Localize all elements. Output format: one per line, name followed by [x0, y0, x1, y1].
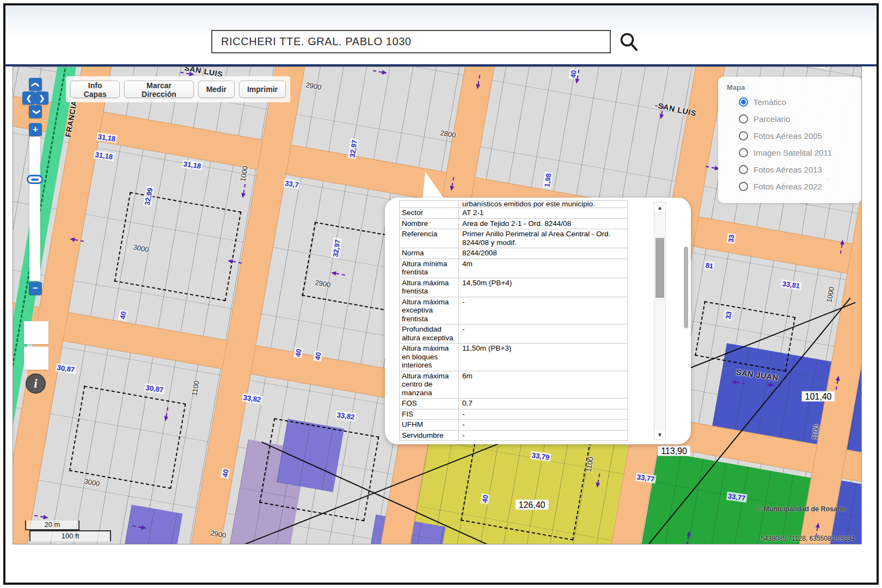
attribute-label: Sector [399, 208, 459, 218]
overlay-scrollbar-thumb[interactable] [684, 247, 688, 328]
layer-option-tem-tico[interactable]: Temático [739, 95, 786, 108]
zoom-slider-handle[interactable] [27, 175, 43, 184]
map-value-label: 31,18 [96, 132, 117, 143]
map-value-label: 81 [704, 261, 715, 270]
blank-tool-button-2[interactable] [24, 347, 48, 370]
layer-option-fotos-a-reas-2022[interactable]: Fotos Aéreas 2022 [739, 180, 822, 193]
layer-option-label: Temático [754, 97, 786, 107]
map-value-label: 1100 [190, 380, 201, 396]
zoom-in-button[interactable]: + [29, 123, 42, 136]
layer-option-label: Fotos Aéreas 2022 [754, 182, 822, 191]
one-way-arrow-icon [685, 531, 691, 544]
map-value-label: 40 [118, 310, 128, 321]
one-way-arrow-icon [132, 524, 147, 530]
map-value-label: 40 [220, 468, 230, 479]
map-value-label: 33,82 [242, 393, 262, 404]
layer-option-imagen-satelital-2011[interactable]: Imagen Satelital 2011 [739, 146, 832, 159]
map-canvas[interactable]: 31,1831,1832,9931,1833,732,9732,9730,873… [13, 66, 862, 544]
map-value-label: 31,18 [182, 160, 203, 170]
scale-imperial: 100 ft [29, 530, 111, 541]
pan-up-button[interactable]: ❮ [29, 78, 42, 91]
attribute-value: AT 2-1 [459, 208, 628, 218]
attribute-label [399, 201, 459, 207]
one-way-arrow-icon [595, 474, 602, 488]
info-button[interactable]: i [26, 373, 46, 394]
radio-selected-icon[interactable] [739, 97, 748, 107]
attribute-value: 6m [459, 371, 628, 399]
toolbar-button-medir[interactable]: Medir [198, 81, 235, 98]
blank-tool-button-1[interactable] [24, 321, 48, 344]
map-value-label: 33,77 [726, 492, 747, 503]
one-way-arrow-icon [834, 376, 841, 390]
pan-down-button[interactable]: ❮ [29, 105, 42, 118]
attribute-value: urbanísticos emitidos por este municipio… [459, 200, 628, 207]
attribute-value: Area de Tejido 2-1 - Ord. 8244/08 [459, 219, 628, 229]
toolbar-button-info-capas[interactable]: Info Capas [70, 81, 120, 98]
layer-option-label: Fotos Aéreas 2005 [754, 131, 822, 140]
layer-option-fotos-a-reas-2005[interactable]: Fotos Aéreas 2005 [739, 129, 822, 142]
one-way-arrow-icon [731, 379, 746, 386]
table-row: Altura máxima exceptiva frentista- [399, 297, 628, 325]
scroll-up-arrow[interactable]: ▲ [654, 203, 665, 212]
zoom-out-button[interactable]: − [29, 282, 42, 295]
map-value-label: 2900 [210, 529, 226, 540]
map-value-label: 30,87 [144, 383, 165, 394]
map-value-label: 1000 [825, 286, 836, 303]
map-value-label: 33,77 [635, 473, 656, 483]
attribute-label: FIS [399, 409, 459, 420]
table-row: Altura mínima frentista4m [399, 259, 628, 278]
scroll-down-arrow[interactable]: ▼ [654, 430, 665, 439]
radio-icon[interactable] [739, 182, 748, 191]
map-value-label: 33 [724, 310, 733, 321]
layer-option-fotos-a-reas-2013[interactable]: Fotos Aéreas 2013 [739, 163, 822, 176]
attribute-label: UFHM [399, 420, 459, 430]
one-way-arrow-icon [767, 382, 781, 389]
map-value-label: 31,18 [94, 150, 114, 161]
scale-bar: 20 m 100 ft [25, 520, 111, 541]
table-row: Servidumbre- [399, 431, 628, 442]
table-row: Profundidad altura exceptiva- [399, 324, 628, 344]
popup-scrollbar[interactable]: ▲ ▼ [654, 202, 666, 440]
attribute-value: - [459, 409, 628, 420]
map-value-label: 40 [313, 351, 323, 362]
map-value-label: 3000 [83, 477, 100, 488]
map-value-label: 1100 [584, 456, 595, 473]
table-row: NombreArea de Tejido 2-1 - Ord. 8244/08 [399, 219, 628, 230]
attribute-value: 0,7 [459, 399, 628, 409]
search-icon[interactable] [618, 32, 639, 52]
map-value-label: 3000 [132, 243, 149, 254]
zoom-slider-track[interactable] [29, 137, 40, 281]
layer-panel-title: Mapa [727, 83, 745, 91]
one-way-arrow-icon [34, 513, 49, 520]
pan-left-button[interactable]: ❮ [22, 91, 35, 105]
one-way-arrow-icon [290, 543, 305, 544]
map-value-label: 1,98 [543, 171, 553, 188]
toolbar-button-marcar-direcci-n[interactable]: Marcar Dirección [124, 81, 193, 98]
radio-icon[interactable] [739, 131, 748, 140]
feature-attributes-table: urbanísticos emitidos por este municipio… [399, 200, 628, 442]
layer-switcher-panel: Mapa TemáticoParcelarioFotos Aéreas 2005… [718, 77, 862, 203]
map-value-label: 30,87 [56, 363, 76, 374]
attribute-value: Primer Anillo Perimetral al Area Central… [459, 229, 628, 248]
popup-tail [422, 171, 445, 200]
attribute-label: FOS [399, 399, 459, 409]
scrollbar-thumb[interactable] [656, 238, 664, 298]
table-row: Altura máxima en bloques interiores11,50… [399, 344, 628, 371]
map-value-label: 33,81 [781, 279, 801, 290]
radio-icon[interactable] [739, 165, 748, 174]
map-value-label: 2800 [439, 128, 456, 139]
radio-icon[interactable] [739, 148, 748, 157]
search-box [211, 30, 611, 53]
map-value-label: 33 [726, 233, 736, 244]
radio-icon[interactable] [739, 114, 748, 124]
layer-option-parcelario[interactable]: Parcelario [739, 112, 791, 125]
map-value-label: 2900 [305, 81, 322, 91]
search-input[interactable] [212, 31, 610, 52]
toolbar-button-imprimir[interactable]: Imprimir [239, 81, 286, 98]
table-row: Norma8244/2008 [399, 248, 628, 259]
layer-option-label: Imagen Satelital 2011 [754, 148, 832, 157]
attribute-label: Referencia [399, 229, 459, 248]
pan-right-button[interactable]: ❯ [35, 91, 48, 105]
attribute-label: Altura máxima en bloques interiores [399, 344, 459, 371]
map-value-label: 40 [293, 347, 303, 359]
